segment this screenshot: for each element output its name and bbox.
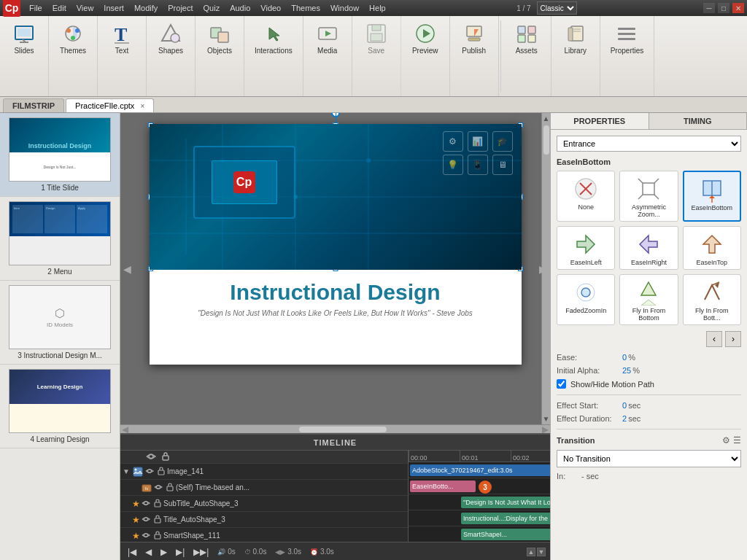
timeline-start-button[interactable]: |◀ xyxy=(125,545,139,559)
track-row-sub[interactable]: fx (Self) Time-based an... xyxy=(120,480,408,496)
vis-sub[interactable] xyxy=(152,483,164,493)
lock-sub[interactable] xyxy=(164,483,176,493)
anim-easeinleft[interactable]: EaseInLeft xyxy=(557,226,615,270)
vis-smartshape[interactable] xyxy=(140,531,152,541)
anim-flybottom2-icon xyxy=(697,278,727,307)
star-subtitle[interactable]: ★ xyxy=(132,499,140,509)
interactions-button[interactable]: Interactions xyxy=(250,19,297,58)
anim-easeinright[interactable]: EaseInRight xyxy=(619,226,678,270)
track-row-smartshape[interactable]: ★ SmartShape_111 xyxy=(120,528,408,542)
preview-button[interactable]: Preview xyxy=(407,19,444,58)
ease-value[interactable]: 0 xyxy=(622,353,627,362)
menu-quiz[interactable]: Quiz xyxy=(199,2,225,14)
timeline-next-button[interactable]: ▶| xyxy=(173,545,187,559)
slide-thumb-3[interactable]: ⬡ ID Models 3 Instructional Design M... xyxy=(0,281,120,365)
themes-button[interactable]: Themes xyxy=(55,19,91,58)
anim-easeinbottom[interactable]: EaseInBottom xyxy=(683,171,741,222)
anim-none[interactable]: None xyxy=(557,171,615,222)
timeline-play-button[interactable]: ▶ xyxy=(158,545,170,559)
lock-title[interactable] xyxy=(152,515,163,525)
motion-path-checkbox[interactable] xyxy=(557,379,566,389)
lock-subtitle[interactable] xyxy=(152,499,163,509)
anim-asymzoom[interactable]: Asymmetric Zoom... xyxy=(619,171,678,222)
menu-edit[interactable]: Edit xyxy=(48,2,71,14)
timeline-prev-button[interactable]: ◀ xyxy=(142,545,155,559)
menu-view[interactable]: View xyxy=(72,2,98,14)
track-row-title[interactable]: ★ Title_AutoShape_3 xyxy=(120,512,408,528)
anim-prev-button[interactable]: ‹ xyxy=(706,331,722,347)
anim-flybottom2[interactable]: Fly In From Bott... xyxy=(683,274,741,325)
menu-video[interactable]: Video xyxy=(256,2,285,14)
menu-modify[interactable]: Modify xyxy=(130,2,162,14)
horizontal-scrollbar[interactable]: ◀ ▶ xyxy=(120,424,550,433)
close-button[interactable]: ✕ xyxy=(732,3,744,13)
menu-insert[interactable]: Insert xyxy=(99,2,128,14)
menu-project[interactable]: Project xyxy=(163,2,197,14)
tl-scroll-down[interactable]: ▼ xyxy=(537,548,546,556)
media-button[interactable]: Media xyxy=(309,19,346,58)
transition-menu-icon[interactable]: ☰ xyxy=(733,435,741,446)
transition-dropdown[interactable]: No Transition xyxy=(557,450,741,467)
filmstrip-tab[interactable]: FILMSTRIP xyxy=(3,98,64,112)
scroll-up-icon[interactable]: ▲ xyxy=(543,114,550,122)
menu-window[interactable]: Window xyxy=(326,2,363,14)
preset-dropdown[interactable]: Classic xyxy=(537,1,577,15)
lock-smartshape[interactable] xyxy=(152,531,163,541)
slide-thumb-1[interactable]: Instructional Design Design Is Not Just.… xyxy=(0,113,120,197)
tab-properties[interactable]: PROPERTIES xyxy=(551,113,649,129)
anim-next-button[interactable]: › xyxy=(725,331,741,347)
vis-subtitle[interactable] xyxy=(140,499,152,509)
anim-fadedzoomin[interactable]: FadedZoomIn xyxy=(557,274,615,325)
objects-button[interactable]: Objects xyxy=(201,19,238,58)
menu-themes[interactable]: Themes xyxy=(287,2,325,14)
anim-flybottom[interactable]: Fly In From Bottom xyxy=(619,274,678,325)
expand-image141[interactable]: ▼ xyxy=(120,467,132,475)
star-title[interactable]: ★ xyxy=(132,515,140,525)
track-row-image141[interactable]: ▼ Image_141 xyxy=(120,464,408,480)
tab-timing[interactable]: TIMING xyxy=(649,113,748,129)
menu-help[interactable]: Help xyxy=(365,2,390,14)
scrollbar-thumb[interactable] xyxy=(299,427,387,432)
library-button[interactable]: Library xyxy=(557,19,594,58)
timeline-bar-subtitle[interactable]: "Design Is Not Just What It Looks Or F..… xyxy=(461,497,550,508)
file-tab[interactable]: PracticeFIle.cptx × xyxy=(66,98,154,112)
track-row-subtitle[interactable]: ★ SubTitle_AutoShape_3 xyxy=(120,496,408,512)
publish-button[interactable]: Publish xyxy=(456,19,492,58)
slide-thumb-2[interactable]: Intro Design Apply 2 Menu xyxy=(0,197,120,281)
maximize-button[interactable]: □ xyxy=(718,3,729,13)
scroll-right-button[interactable]: ▶ xyxy=(539,263,547,275)
transition-settings-icon[interactable]: ⚙ xyxy=(722,435,730,446)
timeline-bar-image[interactable]: AdobeStock_370219467_edit:3.0s END xyxy=(410,464,550,476)
slide-thumb-4[interactable]: Learning Design 4 Learning Design xyxy=(0,365,120,448)
menu-file[interactable]: File xyxy=(25,2,47,14)
assets-button[interactable]: Assets xyxy=(508,19,545,58)
menu-audio[interactable]: Audio xyxy=(225,2,255,14)
initial-alpha-value[interactable]: 25 xyxy=(622,366,631,375)
effect-duration-value[interactable]: 2 xyxy=(622,414,627,423)
properties-button[interactable]: Properties xyxy=(606,19,649,58)
anim-easeintop[interactable]: EaseInTop xyxy=(683,226,741,270)
timeline-end-button[interactable]: ▶▶| xyxy=(190,545,212,559)
shapes-button[interactable]: Shapes xyxy=(152,19,189,58)
effect-start-value[interactable]: 0 xyxy=(622,401,627,410)
timeline-bar-smartshape[interactable]: SmartShapeI... xyxy=(461,529,550,540)
scroll-left-button[interactable]: ◀ xyxy=(123,263,131,275)
scroll-right-icon[interactable]: ▶ xyxy=(542,424,549,434)
timeline-bar-sub[interactable]: EaseInBotto... xyxy=(410,481,476,492)
save-button[interactable]: Save xyxy=(358,19,395,58)
scroll-left-icon[interactable]: ◀ xyxy=(122,424,128,434)
menu-bar[interactable]: File Edit View Insert Modify Project Qui… xyxy=(25,2,390,14)
slides-button[interactable]: Slides xyxy=(6,19,42,58)
text-button[interactable]: T Text xyxy=(104,19,140,58)
vscroll-thumb[interactable] xyxy=(543,125,549,155)
minimize-button[interactable]: ─ xyxy=(703,3,715,13)
scroll-down-icon[interactable]: ▼ xyxy=(543,415,550,423)
timeline-bar-title[interactable]: Instructional...:Display for the rest of… xyxy=(461,513,550,524)
entrance-dropdown[interactable]: Entrance xyxy=(557,136,741,152)
vis-title[interactable] xyxy=(140,515,152,525)
tl-scroll-up[interactable]: ▲ xyxy=(527,548,535,556)
lock-image141[interactable] xyxy=(155,467,167,477)
vis-image141[interactable] xyxy=(144,467,155,477)
tab-close-icon[interactable]: × xyxy=(140,102,144,110)
star-smartshape[interactable]: ★ xyxy=(132,531,140,541)
